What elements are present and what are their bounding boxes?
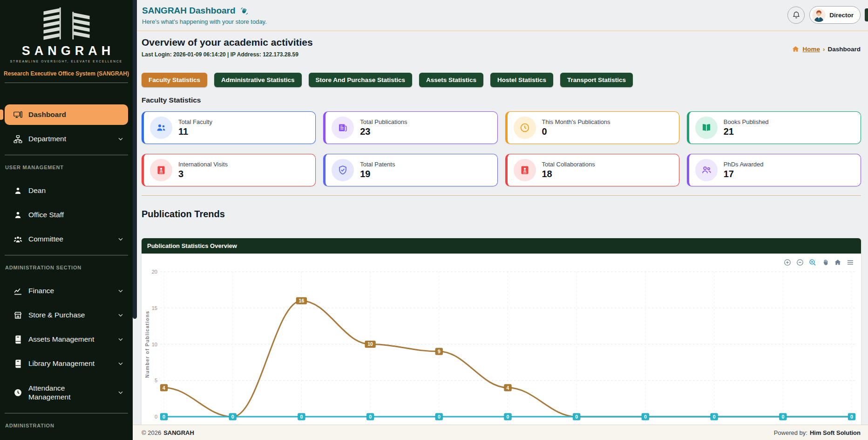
app-title: SANGRAH Dashboard	[142, 6, 236, 16]
sidebar-item-dashboard[interactable]: Dashboard	[5, 104, 128, 125]
stat-card-total-faculty: Total Faculty 11	[142, 111, 316, 144]
home-icon	[792, 45, 800, 53]
department-icon	[13, 134, 23, 144]
footer-brand: SANGRAH	[163, 429, 194, 436]
tab-hostel-statistics[interactable]: Hostel Statistics	[490, 73, 553, 87]
logo: SANGRAH STREAMLINE OVERSIGHT, ELEVATE EX…	[0, 0, 133, 63]
stat-value: 21	[724, 126, 769, 137]
stat-value: 17	[724, 169, 764, 179]
chevron-down-icon	[117, 287, 124, 295]
svg-text:10: 10	[152, 342, 157, 347]
stat-card-international-visits: International Visits 3	[142, 154, 316, 186]
section-label-administration: ADMINISTRATION	[5, 423, 133, 428]
sidebar-item-label: Committee	[28, 234, 111, 243]
sidebar-item-finance[interactable]: Finance	[0, 281, 133, 301]
pan-icon[interactable]	[821, 258, 829, 267]
newspaper-icon	[332, 117, 354, 139]
svg-text:Number of Publications: Number of Publications	[144, 310, 150, 378]
sidebar-item-attendance-management[interactable]: Attendance Management	[0, 378, 133, 407]
login-meta: Last Login: 2026-01-09 06:14:20 | IP Add…	[142, 51, 313, 58]
notifications-button[interactable]	[787, 7, 805, 24]
stat-value: 0	[542, 126, 610, 137]
trend-chart-svg[interactable]: 05101520416109400000000000Number of Publ…	[142, 254, 861, 425]
settings-edge-tab[interactable]	[865, 8, 868, 21]
sidebar-item-label: Dashboard	[28, 110, 123, 119]
reset-zoom-home-icon[interactable]	[834, 258, 842, 267]
stat-label: PhDs Awarded	[724, 161, 764, 168]
user-menu-button[interactable]: Director	[809, 6, 861, 24]
clock-icon	[13, 388, 23, 398]
breadcrumb-home-link[interactable]: Home	[802, 46, 820, 53]
sidebar-item-label: Library Management	[28, 359, 111, 368]
chevron-down-icon	[117, 135, 124, 143]
chevron-down-icon	[117, 235, 124, 243]
menu-icon[interactable]	[846, 258, 854, 267]
stat-card-month-publications: This Month's Publications 0	[505, 111, 679, 144]
sidebar-item-label: Office Staff	[28, 210, 124, 219]
selection-zoom-icon[interactable]	[808, 258, 817, 267]
user-icon	[13, 210, 23, 220]
stat-label: Books Published	[724, 118, 769, 125]
zoom-in-icon[interactable]	[783, 258, 792, 267]
breadcrumb-separator: ›	[823, 46, 825, 53]
svg-text:16: 16	[299, 298, 305, 303]
stat-value: 19	[360, 169, 395, 179]
svg-text:0: 0	[300, 414, 303, 419]
section-label-administration-section: ADMINISTRATION SECTION	[5, 265, 133, 270]
tab-store-and-purchase-statistics[interactable]: Store And Purchase Statistics	[309, 73, 412, 87]
sidebar-item-library-management[interactable]: Library Management	[0, 353, 133, 374]
zoom-out-icon[interactable]	[796, 258, 804, 267]
stat-label: Total Collaborations	[542, 161, 595, 168]
svg-text:5: 5	[155, 378, 157, 383]
user-role-label: Director	[829, 12, 854, 19]
svg-text:9: 9	[438, 349, 441, 354]
stat-card-phds-awarded: PhDs Awarded 17	[687, 154, 861, 186]
dashboard-icon	[13, 110, 23, 120]
breadcrumb: Home › Dashboard	[792, 45, 861, 53]
footer: © 2026 SANGRAH Powered by: Him Soft Solu…	[133, 425, 868, 440]
sidebar-item-department[interactable]: Department	[0, 129, 133, 149]
divider	[142, 195, 861, 196]
sidebar-item-dean[interactable]: Dean	[0, 180, 133, 201]
svg-text:0: 0	[575, 414, 578, 419]
copyright-text: © 2026	[142, 429, 161, 436]
powered-by-label: Powered by:	[774, 429, 807, 436]
logo-tagline: STREAMLINE OVERSIGHT, ELEVATE EXCELLENCE	[0, 60, 133, 63]
stat-value: 18	[542, 169, 595, 179]
store-icon	[13, 310, 23, 320]
sidebar-item-store-purchase[interactable]: Store & Purchase	[0, 305, 133, 325]
statistics-tabs: Faculty Statistics Administrative Statis…	[142, 73, 633, 87]
svg-text:0: 0	[163, 414, 165, 419]
divider	[5, 255, 128, 255]
breadcrumb-current: Dashboard	[827, 46, 861, 53]
tab-faculty-statistics[interactable]: Faculty Statistics	[142, 73, 207, 87]
passport-card-icon	[514, 159, 536, 181]
tab-transport-statistics[interactable]: Transport Statistics	[560, 73, 633, 87]
svg-text:0: 0	[644, 414, 647, 419]
sidebar-item-label: Store & Purchase	[28, 310, 111, 319]
svg-text:0: 0	[781, 414, 784, 419]
sidebar-item-label: Assets Management	[28, 335, 111, 344]
main-area: SANGRAH Dashboard Here's what's happenin…	[133, 0, 868, 440]
buildings-logo-icon	[29, 7, 104, 44]
tab-assets-statistics[interactable]: Assets Statistics	[419, 73, 483, 87]
chevron-down-icon	[117, 389, 124, 396]
app-subtitle: Here's what's happening with your store …	[142, 18, 868, 25]
svg-text:0: 0	[231, 414, 234, 419]
svg-text:0: 0	[507, 414, 509, 419]
stat-card-books-published: Books Published 21	[687, 111, 861, 144]
sidebar-item-assets-management[interactable]: Assets Management	[0, 329, 133, 350]
user-icon	[13, 186, 23, 196]
chevron-down-icon	[117, 360, 124, 367]
open-book-icon	[695, 117, 718, 139]
bell-icon	[792, 10, 801, 20]
logo-title: SANGRAH	[0, 44, 133, 58]
tab-administrative-statistics[interactable]: Administrative Statistics	[214, 73, 302, 87]
stat-value: 3	[178, 169, 228, 179]
vertical-scrollbar-thumb[interactable]	[133, 0, 137, 319]
page-head: Overview of your academic activities Las…	[142, 37, 313, 58]
sidebar-item-committee[interactable]: Committee	[0, 229, 133, 249]
sidebar-item-office-staff[interactable]: Office Staff	[0, 205, 133, 225]
svg-text:0: 0	[850, 414, 853, 419]
sidebar-item-label: Department	[28, 134, 111, 143]
